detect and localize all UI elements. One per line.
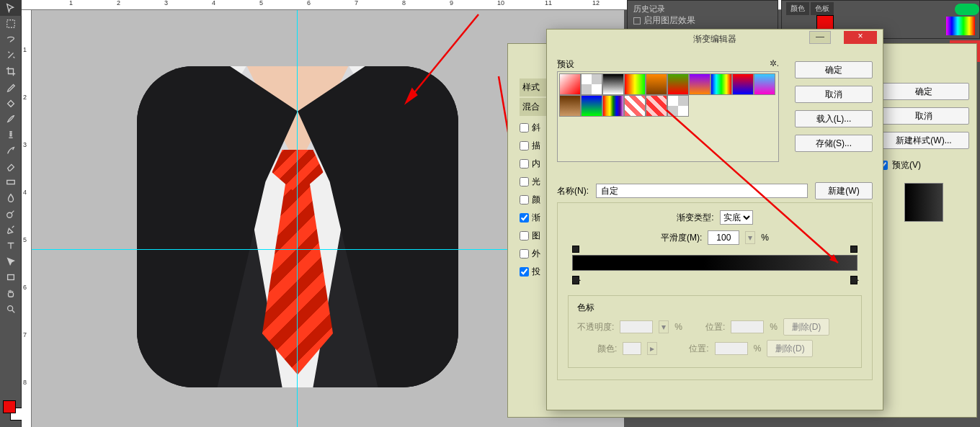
preset-swatch[interactable] (581, 73, 602, 95)
wand-tool[interactable] (0, 48, 22, 63)
stops-box: 色标 不透明度: ▾ % 位置: % 删除(D) 颜色: ▸ 位置: (568, 295, 862, 368)
ged-ok-button[interactable]: 确定 (795, 61, 873, 78)
foreground-swatch[interactable] (3, 400, 16, 413)
style-cb-6[interactable] (520, 231, 529, 241)
color-stop-left[interactable] (572, 276, 579, 284)
preset-swatch[interactable] (624, 73, 646, 95)
ged-title: 渐变编辑器 (693, 33, 736, 45)
preset-swatch[interactable] (754, 73, 775, 95)
type-select[interactable]: 实底 (720, 210, 753, 225)
style-cb-8[interactable] (520, 267, 529, 277)
preset-swatch[interactable] (689, 73, 710, 95)
eraser-tool[interactable] (0, 158, 22, 174)
ged-titlebar[interactable]: 渐变编辑器 — × (547, 30, 883, 48)
move-tool[interactable] (0, 0, 22, 16)
preset-swatch[interactable] (602, 73, 624, 95)
type-tool[interactable] (0, 238, 22, 253)
history-title: 历史记录 (633, 4, 772, 14)
gradient-tool[interactable] (0, 174, 22, 190)
preset-swatch[interactable] (710, 73, 732, 95)
rect-tool[interactable] (0, 269, 22, 285)
style-cb-1[interactable] (520, 141, 529, 150)
svg-point-2 (7, 212, 12, 217)
style-ok-button[interactable]: 确定 (878, 83, 969, 100)
preset-gear-icon[interactable]: ✲. (770, 58, 779, 68)
style-cb-7[interactable] (520, 249, 529, 259)
color-label: 颜色: (597, 343, 617, 355)
svg-rect-3 (8, 275, 14, 280)
marquee-tool[interactable] (0, 16, 22, 32)
preset-label: 预设 (557, 59, 574, 69)
preset-swatch[interactable] (732, 73, 754, 95)
style-cb-0[interactable] (520, 123, 529, 132)
preset-swatch[interactable] (667, 95, 689, 117)
name-input[interactable] (596, 184, 808, 198)
ged-cancel-button[interactable]: 取消 (795, 86, 873, 103)
lasso-tool[interactable] (0, 32, 22, 48)
preset-swatch[interactable] (559, 95, 581, 117)
ged-save-button[interactable]: 存储(S)... (795, 135, 873, 152)
eyedropper-tool[interactable] (0, 79, 22, 95)
preset-swatch[interactable] (667, 73, 689, 95)
path-select-tool[interactable] (0, 253, 22, 269)
style-cancel-button[interactable]: 取消 (878, 107, 969, 125)
tab-color[interactable]: 颜色 (786, 2, 809, 15)
blur-tool[interactable] (0, 190, 22, 206)
pct: % (754, 343, 762, 354)
toolbox (0, 0, 22, 427)
heal-tool[interactable] (0, 95, 22, 111)
preset-swatch[interactable] (559, 73, 581, 95)
ruler-vertical: 1 2 3 4 5 6 7 8 9 (22, 10, 32, 427)
brush-tool[interactable] (0, 111, 22, 127)
ged-new-button[interactable]: 新建(W) (815, 182, 873, 199)
position-field-1 (731, 320, 764, 333)
pct-label: % (761, 233, 769, 243)
name-row: 名称(N): 新建(W) (557, 182, 873, 199)
hand-tool[interactable] (0, 285, 22, 301)
name-label: 名称(N): (557, 185, 589, 197)
position-label-2: 位置: (689, 343, 708, 355)
style-cb-3[interactable] (520, 177, 529, 186)
history-brush-tool[interactable] (0, 143, 22, 158)
delete-button-2: 删除(D) (767, 340, 813, 357)
style-cb-4[interactable] (520, 195, 529, 204)
hue-strip[interactable] (946, 17, 975, 35)
style-new-button[interactable]: 新建样式(W)... (878, 132, 969, 149)
style-cb-2[interactable] (520, 159, 529, 168)
gradient-bar[interactable] (572, 255, 858, 274)
preset-box: 预设 ✲. (557, 58, 779, 165)
ged-minimize-button[interactable]: — (809, 31, 831, 44)
pct: % (674, 322, 682, 332)
style-cb-5[interactable] (520, 213, 529, 223)
color-chip (623, 342, 641, 355)
preset-swatch[interactable] (646, 73, 667, 95)
zoom-tool[interactable] (0, 301, 22, 317)
ged-close-button[interactable]: × (844, 31, 877, 44)
opacity-stop-left[interactable] (572, 246, 579, 253)
stamp-tool[interactable] (0, 127, 22, 143)
history-checkbox[interactable] (633, 17, 641, 24)
dodge-tool[interactable] (0, 206, 22, 222)
opacity-label: 不透明度: (577, 321, 614, 333)
opacity-stop-right[interactable] (850, 246, 858, 253)
preset-swatch[interactable] (624, 95, 646, 117)
history-item[interactable]: 启用图层效果 (643, 14, 695, 27)
type-label: 渐变类型: (677, 212, 713, 224)
history-panel: 历史记录 启用图层效果 (627, 0, 778, 30)
tab-swatches[interactable]: 色板 (811, 2, 834, 15)
preset-swatch[interactable] (602, 95, 624, 117)
smoothness-input[interactable] (708, 230, 739, 245)
preset-swatch[interactable] (646, 95, 667, 117)
crop-tool[interactable] (0, 63, 22, 79)
indicator-badge (955, 4, 979, 15)
pct: % (770, 322, 778, 332)
ged-load-button[interactable]: 载入(L)... (795, 110, 873, 127)
smoothness-dropdown[interactable]: ▾ (745, 231, 755, 244)
color-stop-right[interactable] (850, 276, 858, 284)
stops-header: 色标 (577, 302, 852, 314)
guide-vertical (297, 10, 298, 427)
position-field-2 (715, 342, 748, 355)
style-preview-label: 预览(V) (892, 159, 921, 171)
pen-tool[interactable] (0, 222, 22, 238)
preset-swatch[interactable] (581, 95, 602, 117)
